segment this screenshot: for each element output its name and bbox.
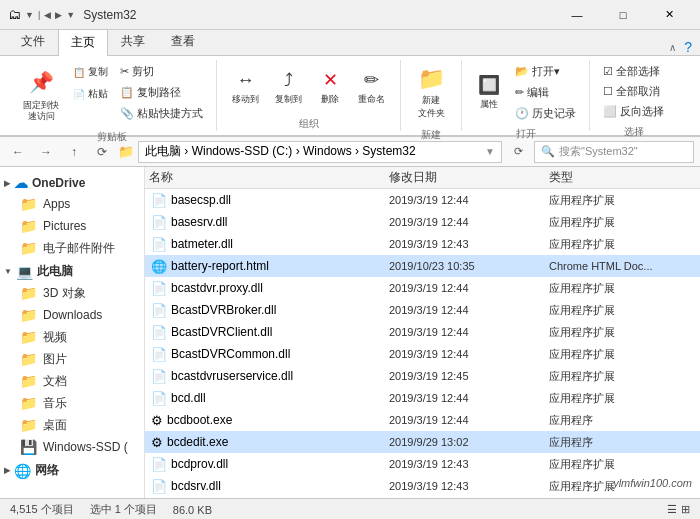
col-header-type[interactable]: 类型 [545, 167, 700, 188]
tab-share[interactable]: 共享 [108, 28, 158, 55]
search-icon: 🔍 [541, 145, 555, 158]
onedrive-label: OneDrive [32, 176, 85, 190]
file-type: 应用程序扩展 [545, 325, 700, 340]
sidebar-section-network[interactable]: ▶ 🌐 网络 [0, 458, 144, 481]
copy-path-button[interactable]: 📋 复制路径 [115, 83, 208, 102]
edit-button[interactable]: ✏ 编辑 [510, 83, 581, 102]
close-button[interactable]: ✕ [646, 0, 692, 30]
copy-to-button[interactable]: ⤴ 复制到 [268, 66, 309, 110]
group-open: 🔲 属性 📂 打开▾ ✏ 编辑 🕐 历史记录 打开 [462, 60, 590, 131]
up-button[interactable]: ↑ [62, 140, 86, 164]
paste-button[interactable]: 📄 粘贴 [68, 84, 113, 104]
back-button[interactable]: ← [6, 140, 30, 164]
tab-view[interactable]: 查看 [158, 28, 208, 55]
file-name: bcdedit.exe [167, 435, 228, 449]
file-row[interactable]: ⚙bcdboot.exe2019/3/19 12:44应用程序 [145, 409, 700, 431]
clipboard-buttons: 📌 固定到快速访问 📋 复制 📄 粘贴 ✂ 剪切 [16, 60, 208, 126]
file-name: battery-report.html [171, 259, 269, 273]
network-label: 网络 [35, 462, 59, 479]
sidebar-item-apps[interactable]: 📁 Apps [8, 193, 144, 215]
file-name-cell: 📄BcastDVRClient.dll [145, 325, 385, 340]
file-name-cell: 📄bcd.dll [145, 391, 385, 406]
sidebar-item-desktop[interactable]: 📁 桌面 [8, 414, 144, 436]
file-row[interactable]: 📄basesrv.dll2019/3/19 12:44应用程序扩展 [145, 211, 700, 233]
invert-selection-button[interactable]: ⬜ 反向选择 [598, 102, 669, 121]
desktop-label: 桌面 [43, 417, 67, 434]
delete-icon: ✕ [323, 69, 338, 91]
file-type-icon: 📄 [151, 347, 167, 362]
rename-button[interactable]: ✏ 重命名 [351, 65, 392, 110]
delete-button[interactable]: ✕ 删除 [311, 65, 349, 110]
file-name-cell: 📄BcastDVRCommon.dll [145, 347, 385, 362]
properties-button[interactable]: 🔲 属性 [470, 70, 508, 115]
network-chevron: ▶ [4, 466, 10, 475]
file-type: Chrome HTML Doc... [545, 260, 700, 272]
file-row[interactable]: 📄batmeter.dll2019/3/19 12:43应用程序扩展 [145, 233, 700, 255]
sidebar-item-music[interactable]: 📁 音乐 [8, 392, 144, 414]
file-type-icon: 📄 [151, 391, 167, 406]
file-type: 应用程序 [545, 413, 700, 428]
open-button[interactable]: 📂 打开▾ [510, 62, 581, 81]
history-button[interactable]: 🕐 历史记录 [510, 104, 581, 123]
file-row[interactable]: 📄bcastdvruserservice.dll2019/3/19 12:45应… [145, 365, 700, 387]
sidebar-item-pictures[interactable]: 📁 Pictures [8, 215, 144, 237]
sidebar-section-onedrive[interactable]: ▶ ☁ OneDrive [0, 171, 144, 193]
file-type: 应用程序扩展 [545, 457, 700, 472]
refresh-button[interactable]: ⟳ [90, 140, 114, 164]
forward-button[interactable]: → [34, 140, 58, 164]
sidebar-item-pictures2[interactable]: 📁 图片 [8, 348, 144, 370]
sidebar-item-videos[interactable]: 📁 视频 [8, 326, 144, 348]
file-name: bcdprov.dll [171, 457, 228, 471]
sidebar-item-3dobjects[interactable]: 📁 3D 对象 [8, 282, 144, 304]
move-to-button[interactable]: ↔ 移动到 [225, 66, 266, 110]
file-name-cell: 📄batmeter.dll [145, 237, 385, 252]
address-path[interactable]: 此电脑 › Windows-SSD (C:) › Windows › Syste… [138, 141, 502, 163]
file-row[interactable]: 📄BcastDVRClient.dll2019/3/19 12:44应用程序扩展 [145, 321, 700, 343]
thispc-label: 此电脑 [37, 263, 73, 280]
tab-home[interactable]: 主页 [58, 29, 108, 56]
tab-file[interactable]: 文件 [8, 28, 58, 55]
file-date: 2019/3/19 12:44 [385, 304, 545, 316]
rename-icon: ✏ [364, 69, 379, 91]
file-row[interactable]: 📄basecsp.dll2019/3/19 12:44应用程序扩展 [145, 189, 700, 211]
select-none-button[interactable]: ☐ 全部取消 [598, 82, 665, 101]
sidebar-section-thispc[interactable]: ▼ 💻 此电脑 [0, 259, 144, 282]
new-folder-button[interactable]: 📁 新建文件夹 [409, 62, 453, 124]
status-bar: 4,515 个项目 选中 1 个项目 86.0 KB ☰ ⊞ [0, 498, 700, 519]
file-date: 2019/3/19 12:44 [385, 392, 545, 404]
file-row[interactable]: 📄bcd.dll2019/3/19 12:44应用程序扩展 [145, 387, 700, 409]
view-details-icon[interactable]: ☰ [667, 503, 677, 516]
col-header-date[interactable]: 修改日期 [385, 167, 545, 188]
copy-button[interactable]: 📋 复制 [68, 62, 113, 82]
select-all-button[interactable]: ☑ 全部选择 [598, 62, 665, 81]
minimize-button[interactable]: — [554, 0, 600, 30]
onedrive-chevron: ▶ [4, 179, 10, 188]
address-refresh-button[interactable]: ⟳ [506, 140, 530, 164]
file-name-cell: 📄basecsp.dll [145, 193, 385, 208]
file-row[interactable]: 📄bcastdvr.proxy.dll2019/3/19 12:44应用程序扩展 [145, 277, 700, 299]
file-row[interactable]: 📄bcdprov.dll2019/3/19 12:43应用程序扩展 [145, 453, 700, 475]
view-tiles-icon[interactable]: ⊞ [681, 503, 690, 516]
sidebar-item-downloads[interactable]: 📁 Downloads [8, 304, 144, 326]
file-row[interactable]: 📄BCP47Langs.dll2019/3/19 12:44应用程序扩展 [145, 497, 700, 498]
open-buttons: 🔲 属性 📂 打开▾ ✏ 编辑 🕐 历史记录 [470, 60, 581, 123]
file-row[interactable]: 📄BcastDVRBroker.dll2019/3/19 12:44应用程序扩展 [145, 299, 700, 321]
pin-quick-access-button[interactable]: 📌 固定到快速访问 [16, 62, 66, 126]
onedrive-icon: ☁ [14, 175, 28, 191]
file-row[interactable]: 📄BcastDVRCommon.dll2019/3/19 12:44应用程序扩展 [145, 343, 700, 365]
ribbon: 文件 主页 共享 查看 ∧ ? 📌 固定到快速访问 📋 复制 [0, 30, 700, 137]
selected-size-label: 86.0 KB [173, 504, 212, 516]
file-name-cell: ⚙bcdboot.exe [145, 413, 385, 428]
file-row[interactable]: ⚙bcdedit.exe2019/9/29 13:02应用程序 [145, 431, 700, 453]
sidebar-item-documents[interactable]: 📁 文档 [8, 370, 144, 392]
sidebar-item-email-attachments[interactable]: 📁 电子邮件附件 [8, 237, 144, 259]
file-row[interactable]: 🌐battery-report.html2019/10/23 10:35Chro… [145, 255, 700, 277]
search-box[interactable]: 🔍 搜索"System32" [534, 141, 694, 163]
cut-button[interactable]: ✂ 剪切 [115, 62, 208, 81]
paste-shortcut-button[interactable]: 📎 粘贴快捷方式 [115, 104, 208, 123]
paste-icon: 📄 [73, 89, 85, 100]
sidebar-item-windowsssd[interactable]: 💾 Windows-SSD ( [8, 436, 144, 458]
col-header-name[interactable]: 名称 [145, 167, 385, 188]
maximize-button[interactable]: □ [600, 0, 646, 30]
apps-label: Apps [43, 197, 70, 211]
